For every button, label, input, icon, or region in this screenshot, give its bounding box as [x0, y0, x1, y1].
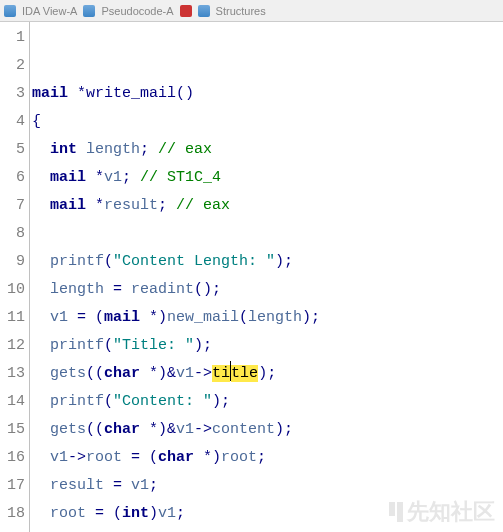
token-ident: v1 [158, 505, 176, 522]
token-kw: int [50, 141, 77, 158]
token-punct: ); [302, 309, 320, 326]
token-kw: char [158, 449, 194, 466]
code-line[interactable]: result = v1; [32, 472, 503, 500]
code-line[interactable]: v1->root = (char *)root; [32, 444, 503, 472]
token-punct: { [32, 113, 41, 130]
token-ident: result [104, 197, 158, 214]
line-number: 5 [0, 136, 25, 164]
token-punct: *)& [140, 365, 176, 382]
token-call: printf [50, 337, 104, 354]
token-punct: -> [194, 421, 212, 438]
token-punct: *) [140, 309, 167, 326]
token-punct: ); [194, 337, 212, 354]
token-punct: ( [104, 253, 113, 270]
line-number: 3 [0, 80, 25, 108]
token-ident: v1 [50, 309, 68, 326]
token-punct: = [104, 281, 131, 298]
code-line[interactable]: length = readint(); [32, 276, 503, 304]
token-kw: int [122, 505, 149, 522]
code-line[interactable]: printf("Content Length: "); [32, 248, 503, 276]
tab-structures[interactable]: Structures [216, 5, 266, 17]
token-hl: ti [212, 365, 230, 382]
token-comment: // eax [158, 141, 212, 158]
text-cursor [230, 361, 231, 381]
close-icon[interactable] [180, 5, 192, 17]
token-punct: * [68, 85, 86, 102]
token-call: printf [50, 393, 104, 410]
code-line[interactable]: mail *v1; // ST1C_4 [32, 164, 503, 192]
token-ident: length [248, 309, 302, 326]
tab-icon [4, 5, 16, 17]
token-kw: char [104, 365, 140, 382]
token-ident: v1 [176, 421, 194, 438]
token-comment: // ST1C_4 [140, 169, 221, 186]
code-line[interactable]: gets((char *)&v1->content); [32, 416, 503, 444]
code-line[interactable]: int length; // eax [32, 136, 503, 164]
line-number: 10 [0, 276, 25, 304]
tab-icon [83, 5, 95, 17]
token-punct: (( [86, 421, 104, 438]
token-ident: result [50, 477, 104, 494]
token-call: new_mail [167, 309, 239, 326]
token-punct: (( [86, 365, 104, 382]
code-line[interactable]: printf("Content: "); [32, 388, 503, 416]
token-punct: ; [149, 477, 158, 494]
token-punct: -> [194, 365, 212, 382]
token-punct: (); [194, 281, 221, 298]
tab-ida-view[interactable]: IDA View-A [22, 5, 77, 17]
code-area[interactable]: mail *write_mail(){int length; // eaxmai… [30, 22, 503, 532]
token-punct: = ( [68, 309, 104, 326]
line-number: 7 [0, 192, 25, 220]
token-ident: v1 [176, 365, 194, 382]
line-number: 8 [0, 220, 25, 248]
code-line[interactable]: printf("Title: "); [32, 332, 503, 360]
token-punct [77, 141, 86, 158]
token-call: gets [50, 365, 86, 382]
line-number: 1 [0, 24, 25, 52]
token-field: content [212, 421, 275, 438]
token-field: root [86, 449, 122, 466]
code-editor[interactable]: 123456789101112131415161718 mail *write_… [0, 22, 503, 532]
token-punct: () [176, 85, 194, 102]
line-number: 15 [0, 416, 25, 444]
token-punct: ( [104, 393, 113, 410]
line-number: 13 [0, 360, 25, 388]
token-ident: length [86, 141, 140, 158]
line-number-gutter: 123456789101112131415161718 [0, 22, 30, 532]
token-punct: = ( [86, 505, 122, 522]
token-punct: *) [194, 449, 221, 466]
token-ident: length [50, 281, 104, 298]
code-line[interactable]: mail *result; // eax [32, 192, 503, 220]
token-punct: ; [158, 197, 176, 214]
code-line[interactable]: mail *write_mail() [32, 80, 503, 108]
line-number: 16 [0, 444, 25, 472]
token-punct: ) [149, 505, 158, 522]
token-func: write_mail [86, 85, 176, 102]
code-line[interactable]: { [32, 108, 503, 136]
code-line[interactable]: root = (int)v1; [32, 500, 503, 528]
token-str: "Content: " [113, 393, 212, 410]
line-number: 2 [0, 52, 25, 80]
line-number: 6 [0, 164, 25, 192]
token-punct: ; [122, 169, 140, 186]
code-line[interactable]: gets((char *)&v1->title); [32, 360, 503, 388]
line-number: 9 [0, 248, 25, 276]
code-line[interactable] [32, 220, 503, 248]
token-punct: *)& [140, 421, 176, 438]
code-line[interactable]: return result; [32, 528, 503, 532]
token-punct: -> [68, 449, 86, 466]
token-ident: v1 [131, 477, 149, 494]
tab-pseudocode[interactable]: Pseudocode-A [101, 5, 173, 17]
token-call: gets [50, 421, 86, 438]
line-number: 4 [0, 108, 25, 136]
token-punct: ( [239, 309, 248, 326]
token-ident: v1 [104, 169, 122, 186]
token-punct: = ( [122, 449, 158, 466]
code-line[interactable]: v1 = (mail *)new_mail(length); [32, 304, 503, 332]
line-number: 18 [0, 500, 25, 528]
token-call: readint [131, 281, 194, 298]
line-number: 11 [0, 304, 25, 332]
token-ident: v1 [50, 449, 68, 466]
line-number: 12 [0, 332, 25, 360]
tab-bar: IDA View-A Pseudocode-A Structures [0, 0, 503, 22]
